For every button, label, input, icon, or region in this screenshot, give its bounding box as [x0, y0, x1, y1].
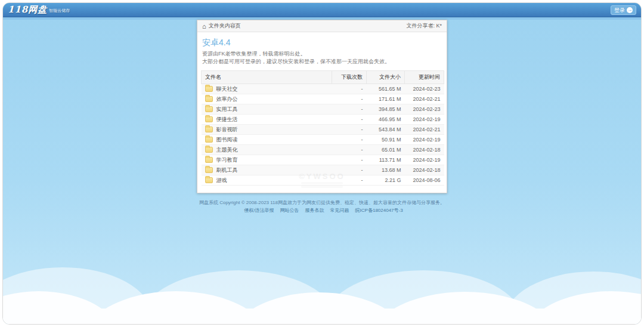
folder-icon [205, 157, 213, 163]
folder-name-link[interactable]: 便捷生活 [216, 116, 238, 122]
table-row[interactable]: 聊天社交 - 561.65 M 2024-02-23 [202, 84, 444, 94]
update-date: 2024-02-23 [405, 104, 444, 115]
table-row[interactable]: 学习教育 - 113.71 M 2024-02-19 [202, 155, 444, 165]
table-row[interactable]: 效率办公 - 171.61 M 2024-02-21 [202, 94, 444, 104]
folder-name-link[interactable]: 影音视听 [216, 127, 238, 132]
icp-number-link[interactable]: 皖ICP备18024047号-3 [355, 208, 403, 213]
file-size: 113.71 M [367, 155, 405, 165]
file-size: 65.01 M [367, 145, 405, 155]
table-row[interactable]: 图书阅读 - 50.91 M 2024-02-19 [202, 135, 444, 145]
download-count: - [332, 115, 367, 125]
file-sharer-label: 文件分享者: K* [406, 22, 442, 30]
folder-icon [205, 147, 213, 153]
download-count: - [332, 145, 367, 155]
file-table: 文件名 下载次数 文件大小 更新时间 聊天社交 - 561.65 M 2024-… [201, 70, 444, 186]
update-date: 2024-02-18 [405, 145, 444, 155]
footer-link-terms[interactable]: 服务条款 [305, 208, 324, 213]
download-count: - [332, 94, 367, 104]
copyright-line: 网盘系统 Copyright © 2008-2023 118网盘致力于为网友们提… [3, 199, 641, 206]
folder-icon [205, 106, 213, 112]
top-navbar: 118网盘智能云储存 登录 → [3, 3, 641, 17]
login-button[interactable]: 登录 → [611, 5, 636, 15]
file-size: 171.61 M [367, 94, 405, 104]
table-row[interactable]: 影音视听 - 543.84 M 2024-02-21 [202, 125, 444, 135]
home-icon[interactable]: ⌂ [202, 23, 206, 29]
update-date: 2024-08-06 [405, 175, 444, 186]
folder-name-link[interactable]: 主题美化 [216, 147, 238, 153]
arrow-right-icon: → [627, 7, 633, 13]
login-label: 登录 [614, 6, 625, 14]
folder-name-link[interactable]: 游戏 [216, 177, 227, 183]
update-date: 2024-02-21 [405, 125, 444, 135]
update-date: 2024-02-18 [405, 165, 444, 175]
folder-name-link[interactable]: 实用工具 [216, 106, 238, 112]
col-header-filename: 文件名 [202, 71, 332, 84]
footer-link-report[interactable]: 侵权/违法举报 [244, 208, 274, 213]
update-date: 2024-02-19 [405, 115, 444, 125]
page: 118网盘智能云储存 登录 → ⌂ 文件夹内容页 文件分享者: K* 安卓4.4… [2, 2, 642, 325]
table-row[interactable]: 主题美化 - 65.01 M 2024-02-18 [202, 145, 444, 155]
file-size: 13.68 M [367, 165, 405, 175]
update-date: 2024-02-21 [405, 94, 444, 104]
folder-icon [205, 127, 213, 132]
footer-link-announcement[interactable]: 网站公告 [280, 208, 299, 213]
col-header-downloads: 下载次数 [332, 71, 367, 84]
download-count: - [332, 104, 367, 115]
table-row[interactable]: 刷机工具 - 13.68 M 2024-02-18 [202, 165, 444, 175]
folder-icon [205, 177, 213, 183]
col-header-updated: 更新时间 [405, 71, 444, 84]
col-header-filesize: 文件大小 [367, 71, 405, 84]
download-count: - [332, 125, 367, 135]
download-count: - [332, 84, 367, 94]
folder-name-link[interactable]: 效率办公 [216, 96, 238, 102]
footer-link-faq[interactable]: 常见问题 [330, 208, 349, 213]
footer-links-line: 侵权/违法举报网站公告服务条款常见问题皖ICP备18024047号-3 [3, 206, 641, 214]
folder-name-link[interactable]: 聊天社交 [216, 86, 238, 92]
file-size: 2.21 G [367, 175, 405, 186]
folder-icon [205, 137, 213, 143]
logo-slogan: 智能云储存 [49, 8, 70, 13]
table-row[interactable]: 游戏 - 2.21 G 2024-08-06 [202, 175, 444, 186]
file-size: 50.91 M [367, 135, 405, 145]
folder-icon [205, 167, 213, 173]
cloud-base [3, 309, 641, 324]
download-count: - [332, 175, 367, 186]
update-date: 2024-02-19 [405, 155, 444, 165]
download-count: - [332, 155, 367, 165]
folder-name-link[interactable]: 刷机工具 [216, 167, 238, 173]
page-footer: 网盘系统 Copyright © 2008-2023 118网盘致力于为网友们提… [3, 199, 641, 214]
breadcrumb-label: 文件夹内容页 [209, 22, 241, 30]
folder-name-link[interactable]: 学习教育 [216, 157, 238, 163]
file-size: 394.85 M [367, 104, 405, 115]
file-list-panel: ⌂ 文件夹内容页 文件分享者: K* 安卓4.4 资源由FK老带收集整理，转载需… [197, 20, 447, 193]
clouds-decoration [3, 229, 641, 324]
update-date: 2024-02-23 [405, 84, 444, 94]
description-line-1: 资源由FK老带收集整理，转载需标明出处。 [202, 51, 442, 57]
download-count: - [332, 135, 367, 145]
folder-icon [205, 86, 213, 92]
main-content: ⌂ 文件夹内容页 文件分享者: K* 安卓4.4 资源由FK老带收集整理，转载需… [3, 20, 641, 214]
logo-text: 118网盘 [8, 4, 47, 15]
file-size: 543.84 M [367, 125, 405, 135]
table-header-row: 文件名 下载次数 文件大小 更新时间 [202, 71, 444, 84]
file-size: 466.95 M [367, 115, 405, 125]
description-line-2: 大部分都是可用可登录的，建议尽快安装和登录，保不准那一天应用就会失效。 [202, 58, 442, 65]
site-logo[interactable]: 118网盘智能云储存 [8, 4, 70, 16]
table-row[interactable]: 便捷生活 - 466.95 M 2024-02-19 [202, 115, 444, 125]
page-title: 安卓4.4 [202, 38, 442, 48]
folder-name-link[interactable]: 图书阅读 [216, 137, 238, 143]
folder-icon [205, 116, 213, 122]
folder-icon [205, 96, 213, 102]
file-size: 561.65 M [367, 84, 405, 94]
table-row[interactable]: 实用工具 - 394.85 M 2024-02-23 [202, 104, 444, 115]
breadcrumb: ⌂ 文件夹内容页 文件分享者: K* [197, 20, 447, 32]
file-table-body: 聊天社交 - 561.65 M 2024-02-23 效率办公 - 171.61… [202, 84, 444, 186]
update-date: 2024-02-19 [405, 135, 444, 145]
download-count: - [332, 165, 367, 175]
